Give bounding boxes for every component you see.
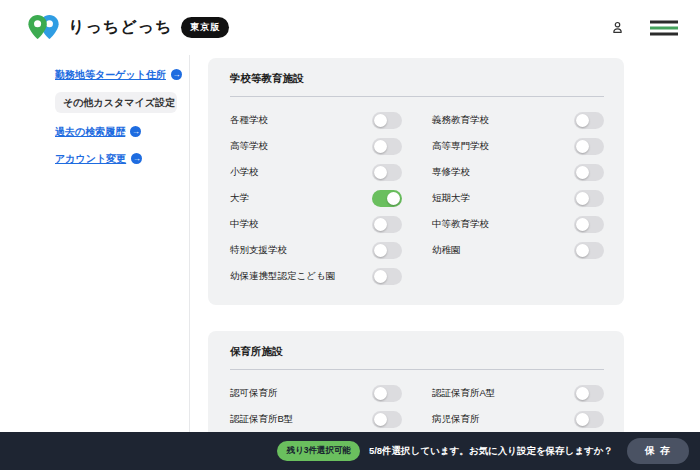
sidebar-item-0[interactable]: 勤務地等ターゲット住所→ bbox=[55, 65, 177, 84]
toggle-label: 認証保育所A型 bbox=[432, 387, 495, 400]
toggle-label: 認可保育所 bbox=[230, 387, 278, 400]
section-card-1: 保育所施設認可保育所認証保育所B型認証保育所A型病児保育所 bbox=[208, 331, 624, 448]
toggle-knob bbox=[374, 218, 387, 231]
toggle-knob bbox=[387, 192, 400, 205]
section-divider bbox=[230, 96, 604, 97]
toggle-row: 中学校 bbox=[230, 211, 402, 237]
toggle-label: 大学 bbox=[230, 192, 249, 205]
toggle-label: 義務教育学校 bbox=[432, 114, 489, 127]
toggle-switch[interactable] bbox=[372, 190, 402, 207]
toggle-knob bbox=[374, 114, 387, 127]
remaining-count-badge: 残り3件選択可能 bbox=[277, 441, 359, 461]
toggle-knob bbox=[576, 114, 589, 127]
brand-text: りっちどっち bbox=[68, 17, 172, 38]
toggle-row: 専修学校 bbox=[432, 159, 604, 185]
toggle-row: 認証保育所B型 bbox=[230, 406, 402, 432]
sidebar-item-2[interactable]: 過去の検索履歴→ bbox=[55, 122, 177, 141]
footer-bar: 残り3件選択可能 5/8件選択しています。お気に入り設定を保存しますか？ 保 存 bbox=[0, 432, 700, 470]
sidebar-item-label: その他カスタマイズ設定 bbox=[63, 96, 175, 110]
toggle-column: 認可保育所認証保育所B型 bbox=[230, 380, 402, 432]
sidebar-item-label: 勤務地等ターゲット住所 bbox=[55, 68, 166, 82]
person-icon bbox=[611, 21, 624, 34]
toggle-switch[interactable] bbox=[372, 164, 402, 181]
toggle-switch[interactable] bbox=[574, 216, 604, 233]
toggle-label: 認証保育所B型 bbox=[230, 413, 293, 426]
toggle-switch[interactable] bbox=[372, 385, 402, 402]
toggle-switch[interactable] bbox=[574, 138, 604, 155]
header: りっちどっち 東京版 bbox=[0, 0, 700, 55]
toggle-label: 短期大学 bbox=[432, 192, 470, 205]
toggle-label: 幼保連携型認定こども園 bbox=[230, 270, 335, 283]
toggle-row: 認証保育所A型 bbox=[432, 380, 604, 406]
toggle-switch[interactable] bbox=[574, 385, 604, 402]
toggle-label: 高等専門学校 bbox=[432, 140, 489, 153]
toggle-knob bbox=[374, 140, 387, 153]
menu-button[interactable] bbox=[650, 20, 678, 36]
sidebar-nav: 勤務地等ターゲット住所→その他カスタマイズ設定過去の検索履歴→アカウント変更→ bbox=[0, 55, 189, 432]
toggle-row: 義務教育学校 bbox=[432, 107, 604, 133]
map-pins-icon bbox=[28, 15, 59, 40]
header-actions bbox=[611, 20, 678, 36]
selection-status-message: 5/8件選択しています。お気に入り設定を保存しますか？ bbox=[369, 445, 613, 458]
toggle-column: 各種学校高等学校小学校大学中学校特別支援学校幼保連携型認定こども園 bbox=[230, 107, 402, 289]
toggle-label: 中学校 bbox=[230, 218, 259, 231]
sidebar-item-3[interactable]: アカウント変更→ bbox=[55, 149, 177, 168]
toggle-knob bbox=[576, 192, 589, 205]
toggle-row: 高等学校 bbox=[230, 133, 402, 159]
arrow-right-icon: → bbox=[131, 153, 142, 164]
toggle-column: 義務教育学校高等専門学校専修学校短期大学中等教育学校幼稚園 bbox=[432, 107, 604, 289]
toggle-switch[interactable] bbox=[574, 164, 604, 181]
toggle-label: 中等教育学校 bbox=[432, 218, 489, 231]
sidebar-item-1[interactable]: その他カスタマイズ設定 bbox=[55, 92, 177, 113]
toggle-row: 幼稚園 bbox=[432, 237, 604, 263]
arrow-right-icon: → bbox=[171, 69, 182, 80]
section-card-0: 学校等教育施設各種学校高等学校小学校大学中学校特別支援学校幼保連携型認定こども園… bbox=[208, 58, 624, 305]
toggle-row: 高等専門学校 bbox=[432, 133, 604, 159]
toggle-label: 各種学校 bbox=[230, 114, 268, 127]
toggle-knob bbox=[576, 413, 589, 426]
toggle-row: 小学校 bbox=[230, 159, 402, 185]
toggle-grid: 各種学校高等学校小学校大学中学校特別支援学校幼保連携型認定こども園義務教育学校高… bbox=[230, 107, 604, 289]
toggle-row: 短期大学 bbox=[432, 185, 604, 211]
toggle-knob bbox=[576, 244, 589, 257]
section-title: 学校等教育施設 bbox=[230, 72, 604, 86]
toggle-row: 各種学校 bbox=[230, 107, 402, 133]
toggle-knob bbox=[374, 166, 387, 179]
toggle-knob bbox=[374, 413, 387, 426]
toggle-switch[interactable] bbox=[372, 268, 402, 285]
toggle-label: 特別支援学校 bbox=[230, 244, 287, 257]
tokyo-edition-badge: 東京版 bbox=[181, 17, 229, 38]
toggle-knob bbox=[576, 166, 589, 179]
toggle-switch[interactable] bbox=[574, 242, 604, 259]
toggle-row: 幼保連携型認定こども園 bbox=[230, 263, 402, 289]
account-button[interactable] bbox=[611, 21, 624, 34]
toggle-switch[interactable] bbox=[372, 216, 402, 233]
toggle-switch[interactable] bbox=[372, 411, 402, 428]
toggle-switch[interactable] bbox=[372, 112, 402, 129]
section-divider bbox=[230, 369, 604, 370]
toggle-switch[interactable] bbox=[574, 411, 604, 428]
hamburger-menu-icon bbox=[650, 20, 678, 36]
main-content: 学校等教育施設各種学校高等学校小学校大学中学校特別支援学校幼保連携型認定こども園… bbox=[208, 55, 700, 470]
toggle-label: 専修学校 bbox=[432, 166, 470, 179]
toggle-knob bbox=[374, 387, 387, 400]
brand-logo[interactable]: りっちどっち 東京版 bbox=[28, 15, 229, 40]
toggle-knob bbox=[576, 218, 589, 231]
save-button[interactable]: 保 存 bbox=[627, 438, 689, 464]
toggle-switch[interactable] bbox=[574, 112, 604, 129]
sidebar-item-label: 過去の検索履歴 bbox=[55, 125, 125, 139]
toggle-row: 中等教育学校 bbox=[432, 211, 604, 237]
toggle-row: 病児保育所 bbox=[432, 406, 604, 432]
toggle-row: 認可保育所 bbox=[230, 380, 402, 406]
sidebar-divider bbox=[189, 55, 190, 470]
toggle-grid: 認可保育所認証保育所B型認証保育所A型病児保育所 bbox=[230, 380, 604, 432]
toggle-label: 高等学校 bbox=[230, 140, 268, 153]
toggle-switch[interactable] bbox=[574, 190, 604, 207]
toggle-row: 特別支援学校 bbox=[230, 237, 402, 263]
toggle-switch[interactable] bbox=[372, 242, 402, 259]
toggle-switch[interactable] bbox=[372, 138, 402, 155]
toggle-column: 認証保育所A型病児保育所 bbox=[432, 380, 604, 432]
app-window: りっちどっち 東京版 bbox=[0, 0, 700, 470]
sidebar-item-label: アカウント変更 bbox=[55, 152, 126, 166]
toggle-label: 病児保育所 bbox=[432, 413, 480, 426]
